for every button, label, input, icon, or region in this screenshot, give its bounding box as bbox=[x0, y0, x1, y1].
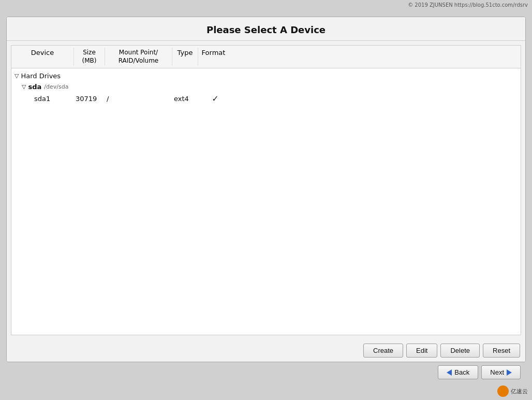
group-chevron-hard-drives: ▽ bbox=[14, 73, 19, 79]
back-arrow-icon bbox=[447, 369, 452, 376]
col-header-format: Format bbox=[198, 48, 229, 66]
create-button[interactable]: Create bbox=[363, 344, 403, 358]
back-label: Back bbox=[454, 368, 469, 376]
col-header-mount: Mount Point/RAID/Volume bbox=[105, 48, 172, 66]
delete-button[interactable]: Delete bbox=[440, 344, 480, 358]
partition-row-sda1[interactable]: sda1 30719 / ext4 ✓ bbox=[11, 92, 521, 105]
partition-mount-sda1: / bbox=[107, 95, 174, 103]
device-path-sda: /dev/sda bbox=[44, 83, 68, 90]
nav-bar: Back Next bbox=[6, 362, 526, 383]
logo-badge: 亿速云 bbox=[497, 385, 528, 397]
next-label: Next bbox=[490, 368, 504, 376]
logo-text: 亿速云 bbox=[511, 388, 528, 395]
edit-button[interactable]: Edit bbox=[406, 344, 437, 358]
watermark: © 2019 ZJUNSEN https://blog.51cto.com/rd… bbox=[408, 2, 528, 8]
reset-button[interactable]: Reset bbox=[483, 344, 520, 358]
partition-format-sda1: ✓ bbox=[200, 94, 231, 104]
device-name-sda: sda bbox=[28, 83, 41, 91]
title-bar: Please Select A Device bbox=[7, 17, 525, 41]
col-header-type: Type bbox=[172, 48, 198, 66]
device-row-sda[interactable]: ▽ sda /dev/sda bbox=[11, 81, 521, 92]
group-row-hard-drives[interactable]: ▽ Hard Drives bbox=[11, 70, 521, 81]
partition-name-sda1: sda1 bbox=[34, 95, 76, 103]
back-button[interactable]: Back bbox=[438, 365, 478, 379]
tree-area: ▽ Hard Drives ▽ sda /dev/sda sda1 30719 … bbox=[11, 68, 521, 335]
content-area: Device Size(MB) Mount Point/RAID/Volume … bbox=[11, 45, 521, 335]
partition-type-sda1: ext4 bbox=[174, 95, 200, 103]
page-title: Please Select A Device bbox=[7, 24, 525, 35]
table-header: Device Size(MB) Mount Point/RAID/Volume … bbox=[11, 46, 521, 68]
next-arrow-icon bbox=[507, 369, 512, 376]
partition-size-sda1: 30719 bbox=[76, 95, 107, 103]
device-chevron-sda: ▽ bbox=[22, 83, 26, 90]
col-header-device: Device bbox=[11, 48, 73, 66]
main-window: Please Select A Device Device Size(MB) M… bbox=[6, 17, 526, 362]
group-label-hard-drives: Hard Drives bbox=[21, 72, 61, 80]
logo-circle-icon bbox=[497, 385, 509, 397]
col-header-size: Size(MB) bbox=[73, 48, 105, 66]
next-button[interactable]: Next bbox=[481, 365, 521, 379]
button-bar-bottom: Create Edit Delete Reset bbox=[7, 339, 525, 362]
